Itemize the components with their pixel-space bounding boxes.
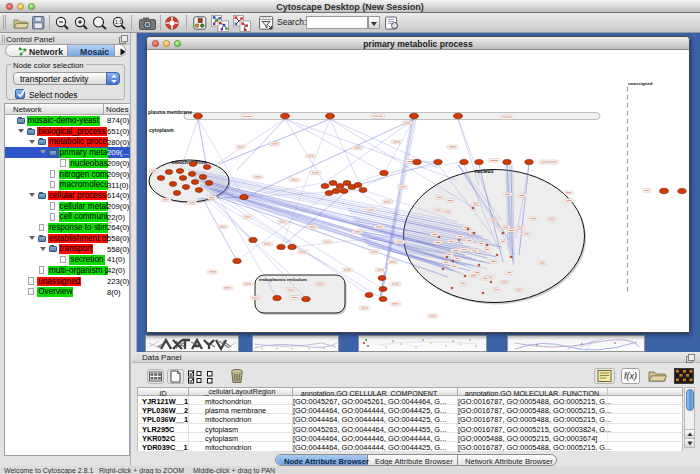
svg-text:plasma membrane: plasma membrane bbox=[148, 109, 192, 115]
svg-text:cytoplasm: cytoplasm bbox=[149, 127, 174, 133]
svg-text:mitochondrion: mitochondrion bbox=[172, 159, 207, 165]
svg-text:endoplasmic reticulum: endoplasmic reticulum bbox=[259, 277, 307, 282]
svg-text:f(x): f(x) bbox=[624, 371, 637, 381]
svg-text:unassigned: unassigned bbox=[628, 81, 653, 86]
svg-text:nucleus: nucleus bbox=[475, 168, 494, 174]
svg-text:1:1: 1:1 bbox=[115, 19, 122, 25]
